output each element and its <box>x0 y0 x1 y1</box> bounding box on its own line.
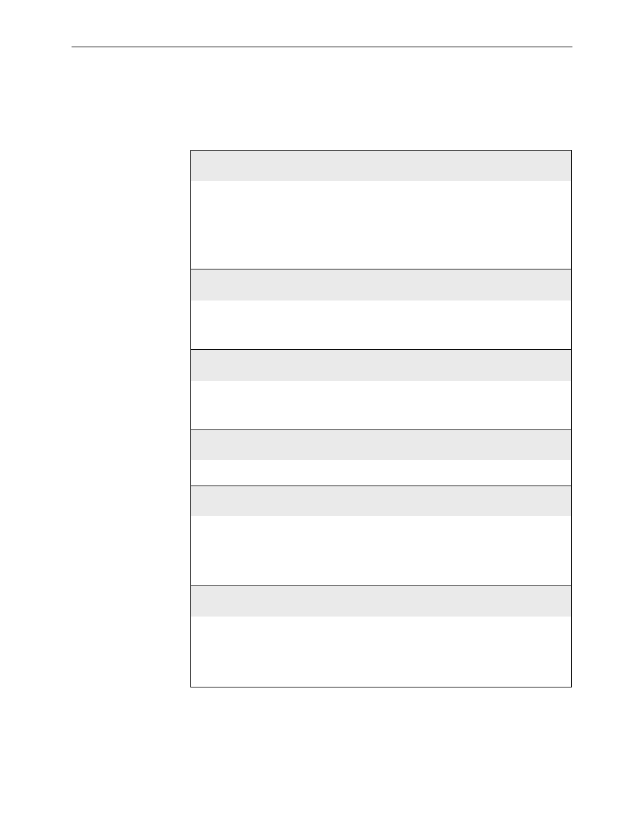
table-row <box>191 617 571 687</box>
header-rule <box>72 47 572 47</box>
table-row <box>191 381 571 429</box>
striped-table <box>190 150 572 687</box>
table-row <box>191 586 571 617</box>
table-row <box>191 430 571 460</box>
table-row <box>191 301 571 349</box>
table-row <box>191 350 571 381</box>
table-row <box>191 151 571 181</box>
table-row <box>191 269 571 301</box>
document-page <box>0 0 644 834</box>
table-row <box>191 181 571 269</box>
table-row <box>191 460 571 486</box>
table-row <box>191 486 571 516</box>
table-row <box>191 516 571 585</box>
